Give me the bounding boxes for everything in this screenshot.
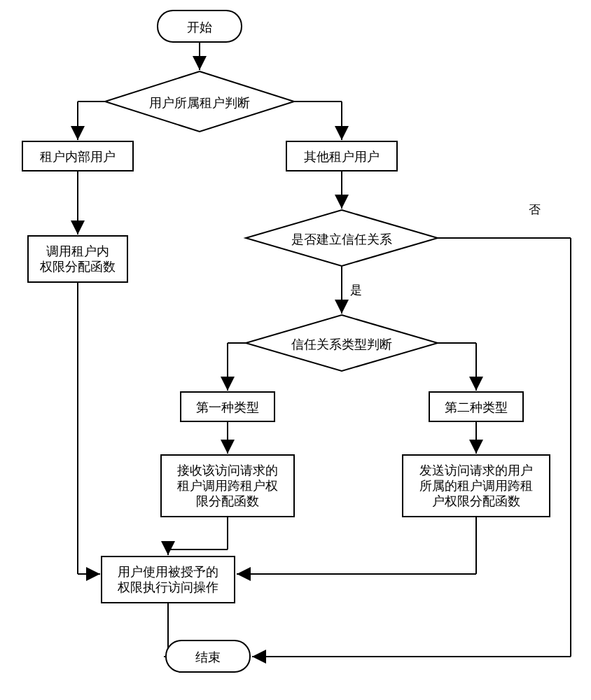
- node-type-1-label: 第一种类型: [196, 400, 259, 414]
- n7-line2: 所属的租户调用跨租: [419, 479, 533, 493]
- n7-line3: 户权限分配函数: [432, 494, 520, 508]
- n6-line3: 限分配函数: [196, 494, 259, 508]
- edge-yes-label: 是: [350, 284, 362, 297]
- n8-line1: 用户使用被授予的: [118, 565, 218, 579]
- node-type-2-label: 第二种类型: [445, 400, 508, 414]
- decision-trust: 是否建立信任关系: [246, 210, 438, 266]
- node-internal-user: 租户内部用户: [22, 141, 133, 171]
- decision-trust-type: 信任关系类型判断: [246, 315, 438, 371]
- n3-line2: 权限分配函数: [39, 260, 116, 274]
- node-receiver-calls: 接收该访问请求的 租户调用跨租户权 限分配函数: [161, 455, 294, 517]
- end-node: 结束: [166, 640, 250, 672]
- end-label: 结束: [195, 650, 221, 664]
- decision-tenant: 用户所属租户判断: [105, 71, 294, 132]
- n7-line1: 发送访问请求的用户: [419, 463, 533, 477]
- node-internal-user-label: 租户内部用户: [40, 150, 116, 164]
- n8-line2: 权限执行访问操作: [117, 580, 218, 594]
- node-type-1: 第一种类型: [181, 392, 274, 421]
- node-sender-calls: 发送访问请求的用户 所属的租户调用跨租 户权限分配函数: [403, 455, 550, 517]
- start-node: 开始: [158, 10, 242, 42]
- n6-line1: 接收该访问请求的: [177, 463, 278, 477]
- n3-line1: 调用租户内: [46, 244, 109, 258]
- decision-trust-type-label: 信任关系类型判断: [291, 337, 392, 351]
- start-label: 开始: [187, 20, 212, 34]
- node-type-2: 第二种类型: [429, 392, 523, 421]
- node-execute-access: 用户使用被授予的 权限执行访问操作: [102, 556, 235, 603]
- decision-tenant-label: 用户所属租户判断: [149, 96, 250, 110]
- n6-line2: 租户调用跨租户权: [177, 479, 278, 493]
- decision-trust-label: 是否建立信任关系: [291, 232, 392, 246]
- flowchart-diagram: 开始 用户所属租户判断 租户内部用户 其他租户用户 调用租户内 权限分配函数 是…: [0, 0, 591, 700]
- node-other-tenant-user: 其他租户用户: [286, 141, 397, 171]
- edge-no-label: 否: [529, 203, 541, 216]
- node-other-tenant-user-label: 其他租户用户: [304, 150, 380, 164]
- node-call-internal-permission: 调用租户内 权限分配函数: [28, 236, 127, 282]
